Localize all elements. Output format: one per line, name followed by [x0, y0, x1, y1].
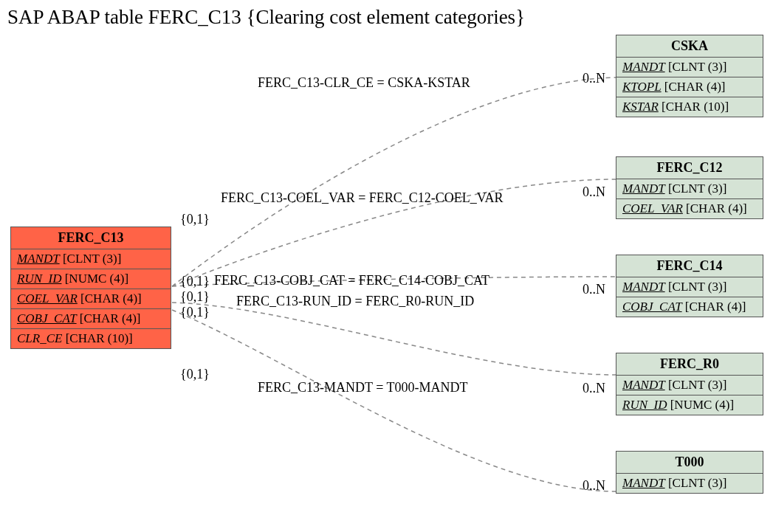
cardinality-left: {0,1} [180, 212, 210, 227]
entity-name: FERC_C13 [11, 227, 171, 249]
cardinality-right: 0..N [583, 478, 605, 494]
cardinality-right: 0..N [583, 71, 605, 86]
field-row: COBJ_CAT [CHAR (4)] [616, 297, 763, 317]
entity-ferc-c12: FERC_C12 MANDT [CLNT (3)] COEL_VAR [CHAR… [616, 156, 763, 219]
relation-label: FERC_C13-RUN_ID = FERC_R0-RUN_ID [236, 294, 474, 309]
entity-name: FERC_C14 [616, 255, 763, 277]
field-row: RUN_ID [NUMC (4)] [11, 269, 171, 289]
entity-t000: T000 MANDT [CLNT (3)] [616, 451, 763, 494]
entity-ferc-c14: FERC_C14 MANDT [CLNT (3)] COBJ_CAT [CHAR… [616, 255, 763, 317]
relation-label: FERC_C13-COEL_VAR = FERC_C12-COEL_VAR [221, 190, 504, 206]
page-title: SAP ABAP table FERC_C13 {Clearing cost e… [7, 6, 525, 29]
field-row: MANDT [CLNT (3)] [616, 376, 763, 395]
cardinality-left: {0,1} [180, 367, 210, 382]
field-row: MANDT [CLNT (3)] [616, 179, 763, 199]
field-row: KTOPL [CHAR (4)] [616, 77, 763, 97]
field-row: MANDT [CLNT (3)] [616, 474, 763, 493]
entity-ferc-r0: FERC_R0 MANDT [CLNT (3)] RUN_ID [NUMC (4… [616, 353, 763, 415]
relation-label: FERC_C13-CLR_CE = CSKA-KSTAR [258, 75, 470, 91]
entity-ferc-c13: FERC_C13 MANDT [CLNT (3)] RUN_ID [NUMC (… [10, 227, 171, 349]
cardinality-left: {0,1} [180, 274, 210, 289]
field-row: KSTAR [CHAR (10)] [616, 97, 763, 117]
field-row: COEL_VAR [CHAR (4)] [616, 199, 763, 218]
field-row: CLR_CE [CHAR (10)] [11, 329, 171, 348]
field-row: COEL_VAR [CHAR (4)] [11, 289, 171, 309]
field-row: RUN_ID [NUMC (4)] [616, 395, 763, 415]
relation-label: FERC_C13-COBJ_CAT = FERC_C14-COBJ_CAT [214, 273, 489, 289]
entity-cska: CSKA MANDT [CLNT (3)] KTOPL [CHAR (4)] K… [616, 35, 763, 117]
field-row: MANDT [CLNT (3)] [11, 249, 171, 269]
cardinality-right: 0..N [583, 381, 605, 396]
cardinality-left: {0,1} [180, 289, 210, 305]
entity-name: T000 [616, 452, 763, 474]
cardinality-right: 0..N [583, 282, 605, 297]
field-row: COBJ_CAT [CHAR (4)] [11, 309, 171, 329]
entity-name: FERC_C12 [616, 157, 763, 179]
relation-label: FERC_C13-MANDT = T000-MANDT [258, 380, 468, 395]
field-row: MANDT [CLNT (3)] [616, 277, 763, 297]
cardinality-left: {0,1} [180, 305, 210, 320]
cardinality-right: 0..N [583, 184, 605, 200]
entity-name: CSKA [616, 35, 763, 58]
entity-name: FERC_R0 [616, 353, 763, 376]
field-row: MANDT [CLNT (3)] [616, 58, 763, 77]
